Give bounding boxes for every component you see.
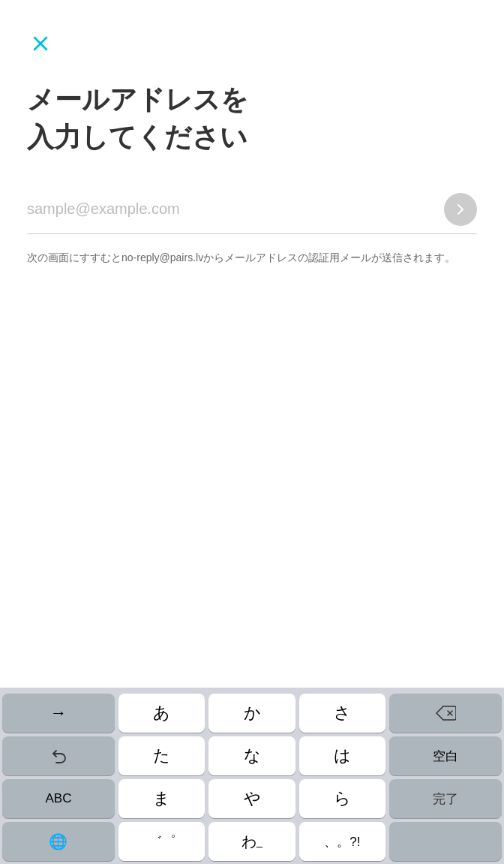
email-input-row [27, 193, 477, 234]
submit-button[interactable] [444, 193, 477, 226]
key-abc[interactable]: ABC [2, 779, 115, 818]
keyboard-row-3: ABC ま や ら 完了 [2, 779, 502, 818]
title-line1: メールアドレスを [27, 84, 248, 115]
keyboard: → あ か さ た な は 空白 [0, 688, 504, 864]
close-button[interactable] [27, 30, 54, 57]
key-ka[interactable]: か [208, 694, 295, 733]
backspace-icon [435, 705, 456, 721]
key-undo[interactable] [2, 736, 115, 775]
key-ra[interactable]: ら [299, 779, 386, 818]
page-title: メールアドレスを 入力してください [27, 81, 477, 157]
key-ma[interactable]: ま [118, 779, 205, 818]
key-na[interactable]: な [208, 736, 295, 775]
key-globe[interactable]: 🌐 [2, 822, 115, 861]
key-sa[interactable]: さ [299, 694, 386, 733]
key-punct[interactable]: 、。?! [299, 822, 386, 861]
close-icon [32, 35, 50, 53]
keyboard-row-2: た な は 空白 [2, 736, 502, 775]
email-input[interactable] [27, 200, 444, 218]
content-area: メールアドレスを 入力してください 次の画面にすすむとno-reply@pair… [0, 0, 504, 688]
key-ha[interactable]: は [299, 736, 386, 775]
key-arrow-right[interactable]: → [2, 694, 115, 733]
key-a[interactable]: あ [118, 694, 205, 733]
key-dakuten[interactable]: ゛゜ [118, 822, 205, 861]
key-backspace[interactable] [389, 694, 502, 733]
keyboard-row-1: → あ か さ [2, 694, 502, 733]
chevron-right-icon [453, 202, 468, 217]
page-wrapper: メールアドレスを 入力してください 次の画面にすすむとno-reply@pair… [0, 0, 504, 864]
info-text: 次の画面にすすむとno-reply@pairs.lvからメールアドレスの認証用メ… [27, 249, 477, 266]
keyboard-row-4: 🌐 ゛゜ わ_ 、。?! [2, 822, 502, 861]
title-line2: 入力してください [27, 122, 248, 152]
key-empty [389, 822, 502, 861]
undo-icon [50, 748, 67, 764]
key-done[interactable]: 完了 [389, 779, 502, 818]
key-ta[interactable]: た [118, 736, 205, 775]
key-wa[interactable]: わ_ [208, 822, 295, 861]
key-space[interactable]: 空白 [389, 736, 502, 775]
key-ya[interactable]: や [208, 779, 295, 818]
